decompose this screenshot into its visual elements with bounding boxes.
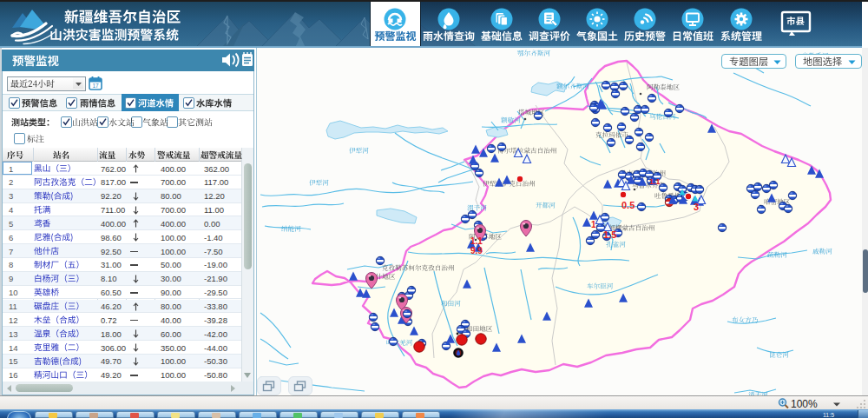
svg-text:9.9: 9.9 bbox=[470, 246, 483, 255]
svg-text:17: 17 bbox=[92, 83, 99, 89]
svg-text:1.1: 1.1 bbox=[649, 177, 661, 186]
svg-text:1.1: 1.1 bbox=[470, 236, 483, 246]
svg-text:1: 1 bbox=[591, 220, 596, 229]
svg-text:0.5: 0.5 bbox=[621, 200, 635, 210]
svg-text:1.5: 1.5 bbox=[603, 229, 616, 240]
svg-text:3: 3 bbox=[694, 202, 699, 212]
